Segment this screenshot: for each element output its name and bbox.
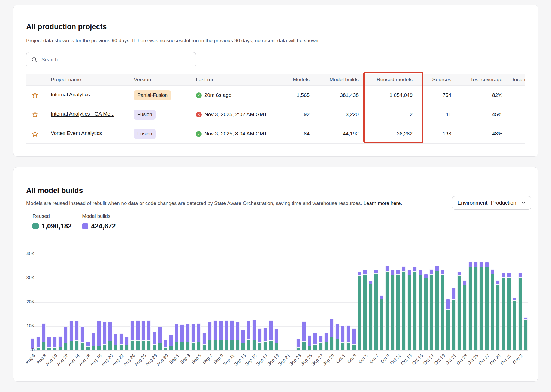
legend-item-model-builds: Model builds 424,672 [82, 213, 116, 230]
environment-select[interactable]: Environment Production [452, 196, 531, 210]
project-link[interactable]: Vortex Event Analytics [51, 130, 102, 136]
reused-segment [396, 274, 400, 350]
reused-segment [374, 273, 378, 350]
favorite-star-icon[interactable] [26, 130, 44, 138]
bar-aug-19 [103, 322, 107, 350]
models-cell: 92 [284, 111, 311, 117]
reused-segment [485, 267, 489, 350]
reused-segment [479, 267, 483, 350]
all-production-projects-card: All production projects Project data sho… [13, 5, 538, 157]
reused-segment [302, 342, 306, 350]
favorite-star-icon[interactable] [26, 92, 44, 99]
bar-nov-3 [524, 317, 528, 350]
reused-segment [413, 272, 417, 350]
model-builds-segment [258, 328, 262, 343]
model-builds-segment [491, 269, 494, 274]
model-builds-segment [86, 342, 90, 346]
table-row: Vortex Event Analytics Fusion ✓ Nov 3, 2… [26, 124, 525, 144]
header-documentation: Documentation [506, 77, 525, 83]
x-tick-label: Oct 27 [477, 353, 491, 366]
header-models: Models [284, 77, 311, 83]
bar-oct-29 [496, 280, 500, 350]
run-success-icon: ✓ [196, 92, 202, 98]
model-builds-segment [524, 317, 528, 320]
learn-more-link[interactable]: Learn more here. [364, 200, 402, 206]
run-error-icon: ✕ [196, 112, 202, 117]
model-builds-segment [247, 321, 250, 340]
x-tick-label: Oct 13 [400, 353, 413, 366]
bar-aug-15 [80, 326, 84, 350]
bar-aug-26 [141, 321, 145, 350]
x-tick-label: Aug 16 [78, 353, 92, 367]
model-builds-segment [513, 298, 516, 301]
reused-segment [147, 341, 151, 350]
x-tick-label: Oct 5 [357, 353, 368, 364]
header-model-builds: Model builds [311, 77, 360, 83]
gridline [30, 278, 528, 278]
projects-subtitle: Project data shown is for the previous 9… [26, 38, 320, 44]
test-coverage-cell: 48% [455, 131, 506, 137]
bar-oct-9 [385, 266, 389, 350]
project-name-cell: Internal Analytics [44, 92, 134, 99]
bar-sep-11 [230, 320, 234, 350]
favorite-star-icon[interactable] [26, 111, 44, 118]
search-input[interactable] [41, 56, 191, 63]
model-builds-segment [103, 322, 107, 344]
reused-segment [402, 271, 406, 350]
reused-segment [346, 342, 350, 350]
search-box[interactable] [26, 52, 196, 67]
bar-oct-20 [446, 299, 450, 350]
project-link[interactable]: Internal Analytics [51, 92, 90, 98]
bar-sep-19 [274, 329, 278, 350]
project-link[interactable]: Internal Analytics - GA Me... [51, 111, 114, 117]
run-success-icon: ✓ [196, 131, 202, 137]
model-builds-segment [385, 266, 389, 272]
x-tick-label: Sep 1 [168, 353, 180, 365]
model-builds-segment [391, 270, 395, 275]
model-builds-segment [197, 323, 201, 342]
model-builds-segment [308, 335, 311, 346]
bar-oct-19 [441, 270, 444, 350]
bar-sep-23 [296, 339, 300, 350]
bar-nov-2 [518, 273, 522, 350]
sources-cell: 138 [425, 131, 455, 137]
reused-segment [86, 346, 90, 350]
bar-aug-7 [36, 337, 40, 350]
reused-segment [153, 345, 156, 350]
bar-aug-27 [147, 320, 151, 350]
table-row: Internal Analytics Partial-Fusion ✓ 20m … [26, 85, 525, 105]
chart-title: All model builds [26, 186, 83, 195]
x-tick-label: Oct 9 [380, 353, 391, 364]
model-builds-segment [452, 288, 456, 299]
x-tick-label: Sep 29 [322, 353, 335, 367]
model-builds-segment [463, 280, 467, 285]
reused-swatch [32, 223, 39, 229]
reused-segment [130, 340, 134, 350]
project-name-cell: Internal Analytics - GA Me... [44, 111, 134, 118]
reused-segment [103, 344, 107, 350]
bar-sep-12 [236, 322, 240, 350]
reused-segment [496, 285, 500, 350]
reused-segment [47, 347, 51, 350]
reused-segment [247, 340, 250, 350]
bar-oct-1 [341, 326, 345, 350]
x-tick-label: Oct 1 [335, 353, 346, 364]
model-builds-segment [274, 329, 278, 343]
x-tick-label: Sep 13 [233, 353, 247, 367]
bar-aug-24 [130, 321, 134, 350]
x-tick-label: Sep 15 [244, 353, 258, 367]
model-builds-segment [319, 336, 323, 343]
reused-segment [258, 343, 262, 350]
reused-segment [108, 341, 112, 350]
bar-aug-14 [75, 321, 79, 350]
model-builds-segment [352, 328, 356, 344]
model-builds-segment [369, 281, 373, 284]
sources-cell: 754 [425, 92, 455, 98]
reused-segment [385, 272, 389, 350]
bar-aug-12 [64, 327, 68, 350]
reused-segment [164, 347, 167, 350]
page-title: All production projects [26, 23, 107, 31]
y-tick-label: 30K [22, 275, 35, 281]
model-builds-segment [241, 330, 245, 343]
last-run-cell: ✓ Nov 3, 2025, 8:04 AM GMT [196, 131, 284, 137]
